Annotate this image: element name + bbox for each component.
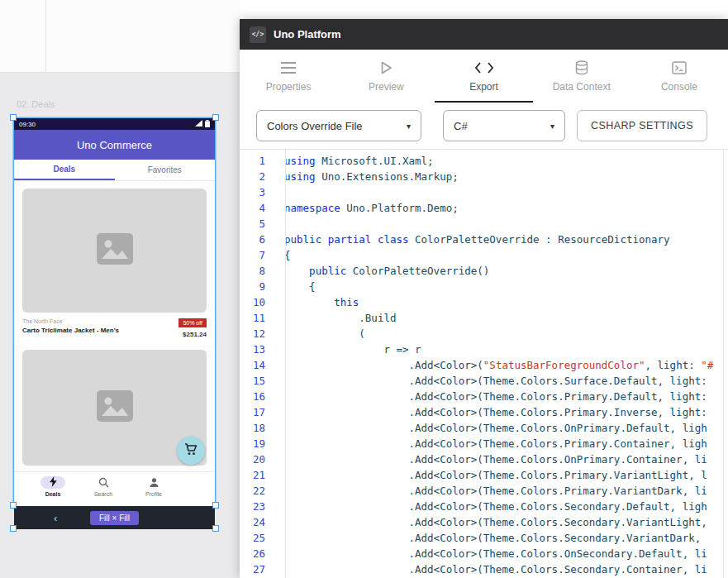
resize-handle-toolbar-left[interactable] xyxy=(10,525,17,532)
resize-handle-bottom-right[interactable] xyxy=(212,502,219,509)
console-icon xyxy=(672,60,687,75)
database-icon xyxy=(575,60,588,75)
phone-mockup[interactable]: 09:30 Uno Commerce Deals Favorites xyxy=(14,118,215,506)
code-line: 4namespace Uno.Platform.Demo; xyxy=(240,200,728,216)
code-line: 5 xyxy=(240,216,728,232)
line-number: 6 xyxy=(240,232,275,247)
nav-label: Deals xyxy=(45,491,61,497)
code-text: .Add<Color>(Theme.Colors.OnPrimary.Defau… xyxy=(275,420,728,436)
code-line: 14 .Add<Color>("StatusBarForegroundColor… xyxy=(240,357,728,373)
code-text: .Add<Color>(Theme.Colors.Surface.Default… xyxy=(275,373,728,389)
resize-handle-top-left[interactable] xyxy=(10,114,17,121)
code-line: 12 ( xyxy=(240,326,728,342)
tab-export[interactable]: Export xyxy=(435,50,532,103)
product-text: The North Face Carto Triclimate Jacket -… xyxy=(22,318,119,338)
line-number: 18 xyxy=(240,420,275,436)
line-number: 24 xyxy=(240,514,275,530)
cart-icon xyxy=(184,443,197,459)
lightning-icon xyxy=(50,475,57,490)
code-editor[interactable]: 1using Microsoft.UI.Xaml;2using Uno.Exte… xyxy=(240,149,728,578)
csharp-settings-button[interactable]: CSHARP SETTINGS xyxy=(577,110,707,141)
app-tabs: Deals Favorites xyxy=(14,160,215,181)
fill-size-button[interactable]: Fill × Fill xyxy=(90,511,139,525)
line-number: 4 xyxy=(240,200,275,216)
code-line: 24 .Add<Color>(Theme.Colors.Secondary.Va… xyxy=(240,514,728,530)
code-line: 22 .Add<Color>(Theme.Colors.Primary.Vari… xyxy=(240,483,728,499)
line-number: 15 xyxy=(240,373,275,389)
code-line: 11 .Build xyxy=(240,310,728,326)
code-text: .Add<Color>(Theme.Colors.Primary.Variant… xyxy=(275,467,728,483)
tab-console[interactable]: Console xyxy=(630,50,728,103)
code-text: using Uno.Extensions.Markup; xyxy=(275,169,728,184)
nav-item-profile: Profile xyxy=(130,476,178,506)
canvas-divider xyxy=(45,0,46,73)
product-pricing: 50% off $251.24 xyxy=(178,318,207,338)
export-toolbar: Colors Override File ▾ C# ▾ CSHARP SETTI… xyxy=(240,103,728,149)
status-time: 09:30 xyxy=(19,121,36,128)
line-number: 19 xyxy=(240,436,275,451)
code-text: .Add<Color>(Theme.Colors.OnPrimary.Conta… xyxy=(275,451,728,467)
resize-handle-bottom-left[interactable] xyxy=(10,502,17,509)
line-number: 26 xyxy=(240,546,275,561)
collapse-chevron-icon[interactable]: ‹ xyxy=(54,513,57,523)
tab-label: Properties xyxy=(266,81,312,93)
code-line: 23 .Add<Color>(Theme.Colors.Secondary.De… xyxy=(240,499,728,514)
frame-label[interactable]: 02. Deals xyxy=(17,99,55,109)
status-icons xyxy=(195,120,210,129)
resize-handle-top-right[interactable] xyxy=(212,114,219,121)
line-number: 2 xyxy=(240,169,275,184)
file-select[interactable]: Colors Override File ▾ xyxy=(256,110,421,141)
nav-item-deals: Deals xyxy=(29,476,77,506)
line-number: 22 xyxy=(240,483,275,499)
code-line: 2using Uno.Extensions.Markup; xyxy=(240,169,728,184)
selection-toolbar: ‹ Fill × Fill xyxy=(14,506,215,529)
code-line: 6public partial class ColorPaletteOverri… xyxy=(240,232,728,247)
line-number: 7 xyxy=(240,247,275,263)
line-number: 5 xyxy=(240,216,275,232)
code-text xyxy=(275,216,728,232)
resize-handle-toolbar-right[interactable] xyxy=(212,525,219,532)
code-line: 3 xyxy=(240,184,728,200)
tab-data-context[interactable]: Data Context xyxy=(533,50,630,103)
file-select-value: Colors Override File xyxy=(267,120,363,132)
chevron-down-icon: ▾ xyxy=(550,122,554,131)
line-number: 13 xyxy=(240,342,275,357)
code-icon xyxy=(475,60,493,75)
tab-favorites: Favorites xyxy=(115,160,216,180)
code-text: { xyxy=(275,247,728,263)
tab-preview[interactable]: Preview xyxy=(337,50,435,103)
phone-status-bar: 09:30 xyxy=(14,118,215,130)
code-text: .Add<Color>(Theme.Colors.Secondary.Defau… xyxy=(275,499,728,514)
line-number: 20 xyxy=(240,451,275,467)
phone-content: The North Face Carto Triclimate Jacket -… xyxy=(14,181,215,506)
canvas-top-area xyxy=(0,0,240,73)
product-name: Carto Triclimate Jacket - Men's xyxy=(22,327,119,334)
code-line: 17 .Add<Color>(Theme.Colors.Primary.Inve… xyxy=(240,404,728,420)
language-select-value: C# xyxy=(454,120,468,132)
code-text xyxy=(275,184,728,200)
code-line: 18 .Add<Color>(Theme.Colors.OnPrimary.De… xyxy=(240,420,728,436)
code-text: .Add<Color>(Theme.Colors.Primary.Default… xyxy=(275,389,728,404)
tab-label: Console xyxy=(661,81,697,93)
line-number: 1 xyxy=(240,153,275,169)
selected-frame[interactable]: 09:30 Uno Commerce Deals Favorites xyxy=(14,118,215,529)
language-select[interactable]: C# ▾ xyxy=(443,110,565,141)
code-text: .Build xyxy=(275,310,728,326)
play-icon xyxy=(380,60,393,75)
panel-title: Uno Platform xyxy=(274,28,341,41)
code-text: public ColorPaletteOverride() xyxy=(275,263,728,279)
nav-label: Profile xyxy=(145,491,162,497)
tab-properties[interactable]: Properties xyxy=(240,50,337,103)
line-number: 8 xyxy=(240,263,275,279)
design-canvas[interactable]: 02. Deals 09:30 Uno Commerce Deals Favor… xyxy=(0,0,240,578)
app-header: Uno Commerce xyxy=(14,130,215,160)
code-text: this xyxy=(275,294,728,310)
tab-deals: Deals xyxy=(14,160,115,180)
code-line: 1using Microsoft.UI.Xaml; xyxy=(240,153,728,169)
panel-tabs: Properties Preview Export Data Context C… xyxy=(240,50,728,103)
line-number: 10 xyxy=(240,294,275,310)
app-title: Uno Commerce xyxy=(77,139,152,151)
signal-icon xyxy=(195,120,202,128)
line-number: 23 xyxy=(240,499,275,514)
line-number: 14 xyxy=(240,357,275,373)
